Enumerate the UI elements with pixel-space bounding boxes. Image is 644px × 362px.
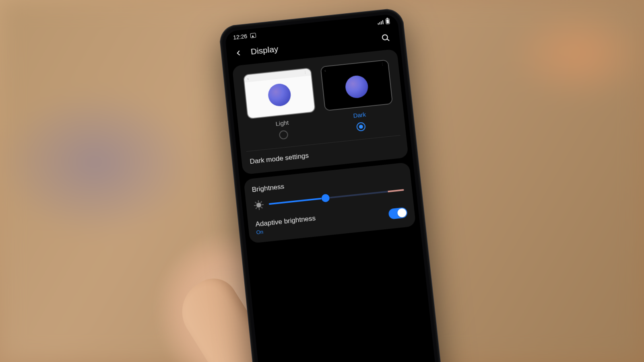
svg-line-1 — [387, 39, 389, 41]
brightness-fill — [269, 197, 326, 205]
back-button[interactable] — [231, 45, 246, 60]
search-button[interactable] — [378, 30, 393, 45]
scene: 12:26 Display — [0, 0, 644, 362]
screenshot-icon — [250, 33, 256, 38]
theme-option-light[interactable]: ‹⋮ Light — [242, 68, 319, 143]
theme-label-dark: Dark — [353, 111, 366, 119]
brightness-card: Brightness — [244, 162, 416, 243]
phone-frame: 12:26 Display — [218, 8, 443, 362]
theme-label-light: Light — [275, 119, 289, 127]
status-time: 12:26 — [233, 33, 247, 41]
brightness-thumb[interactable] — [321, 193, 330, 202]
theme-card: ‹⋮ Light ‹⋮ Dark — [232, 49, 409, 175]
theme-radio-light[interactable] — [279, 130, 288, 140]
signal-icon — [377, 19, 384, 25]
page-title: Display — [250, 44, 279, 57]
theme-thumb-dark: ‹⋮ — [320, 60, 393, 111]
theme-option-dark[interactable]: ‹⋮ Dark — [319, 59, 396, 135]
theme-radio-dark[interactable] — [356, 122, 365, 132]
theme-thumb-light: ‹⋮ — [243, 68, 316, 119]
battery-icon — [385, 19, 390, 25]
dark-mode-settings-row[interactable]: Dark mode settings — [249, 141, 400, 167]
brightness-icon — [254, 200, 264, 210]
adaptive-brightness-toggle[interactable] — [388, 207, 408, 219]
toggle-knob — [397, 208, 407, 218]
